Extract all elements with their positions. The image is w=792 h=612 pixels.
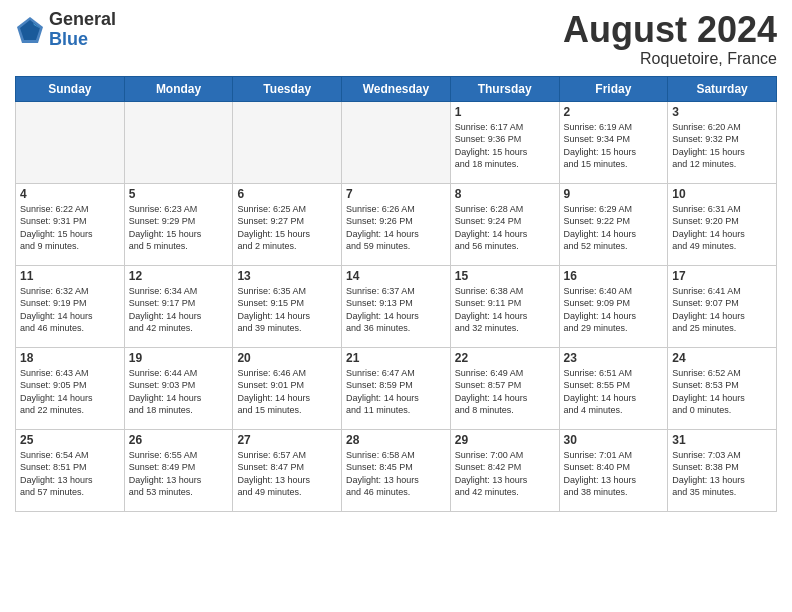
calendar-cell: 18Sunrise: 6:43 AM Sunset: 9:05 PM Dayli…: [16, 347, 125, 429]
day-info: Sunrise: 6:20 AM Sunset: 9:32 PM Dayligh…: [672, 121, 772, 171]
calendar-cell: 19Sunrise: 6:44 AM Sunset: 9:03 PM Dayli…: [124, 347, 233, 429]
logo-icon: [15, 15, 45, 45]
calendar-cell: 21Sunrise: 6:47 AM Sunset: 8:59 PM Dayli…: [342, 347, 451, 429]
day-info: Sunrise: 6:57 AM Sunset: 8:47 PM Dayligh…: [237, 449, 337, 499]
day-number: 8: [455, 187, 555, 201]
calendar-week-2: 4Sunrise: 6:22 AM Sunset: 9:31 PM Daylig…: [16, 183, 777, 265]
day-info: Sunrise: 6:19 AM Sunset: 9:34 PM Dayligh…: [564, 121, 664, 171]
calendar-cell: 1Sunrise: 6:17 AM Sunset: 9:36 PM Daylig…: [450, 101, 559, 183]
logo-general: General: [49, 10, 116, 30]
header-friday: Friday: [559, 76, 668, 101]
day-number: 4: [20, 187, 120, 201]
day-number: 3: [672, 105, 772, 119]
calendar-week-4: 18Sunrise: 6:43 AM Sunset: 9:05 PM Dayli…: [16, 347, 777, 429]
day-number: 2: [564, 105, 664, 119]
location: Roquetoire, France: [563, 50, 777, 68]
calendar-cell: 2Sunrise: 6:19 AM Sunset: 9:34 PM Daylig…: [559, 101, 668, 183]
header-sunday: Sunday: [16, 76, 125, 101]
calendar-cell: 30Sunrise: 7:01 AM Sunset: 8:40 PM Dayli…: [559, 429, 668, 511]
calendar-cell: 7Sunrise: 6:26 AM Sunset: 9:26 PM Daylig…: [342, 183, 451, 265]
day-number: 16: [564, 269, 664, 283]
calendar-week-1: 1Sunrise: 6:17 AM Sunset: 9:36 PM Daylig…: [16, 101, 777, 183]
calendar-cell: 25Sunrise: 6:54 AM Sunset: 8:51 PM Dayli…: [16, 429, 125, 511]
day-number: 14: [346, 269, 446, 283]
day-number: 6: [237, 187, 337, 201]
day-info: Sunrise: 6:17 AM Sunset: 9:36 PM Dayligh…: [455, 121, 555, 171]
day-info: Sunrise: 6:54 AM Sunset: 8:51 PM Dayligh…: [20, 449, 120, 499]
calendar-cell: 4Sunrise: 6:22 AM Sunset: 9:31 PM Daylig…: [16, 183, 125, 265]
header: General Blue August 2024 Roquetoire, Fra…: [15, 10, 777, 68]
calendar-cell: 22Sunrise: 6:49 AM Sunset: 8:57 PM Dayli…: [450, 347, 559, 429]
day-info: Sunrise: 6:22 AM Sunset: 9:31 PM Dayligh…: [20, 203, 120, 253]
calendar-cell: 10Sunrise: 6:31 AM Sunset: 9:20 PM Dayli…: [668, 183, 777, 265]
header-thursday: Thursday: [450, 76, 559, 101]
day-info: Sunrise: 7:01 AM Sunset: 8:40 PM Dayligh…: [564, 449, 664, 499]
day-info: Sunrise: 6:47 AM Sunset: 8:59 PM Dayligh…: [346, 367, 446, 417]
day-number: 24: [672, 351, 772, 365]
day-number: 11: [20, 269, 120, 283]
calendar-cell: 8Sunrise: 6:28 AM Sunset: 9:24 PM Daylig…: [450, 183, 559, 265]
day-number: 31: [672, 433, 772, 447]
calendar-cell: 24Sunrise: 6:52 AM Sunset: 8:53 PM Dayli…: [668, 347, 777, 429]
day-info: Sunrise: 6:34 AM Sunset: 9:17 PM Dayligh…: [129, 285, 229, 335]
calendar-cell: 26Sunrise: 6:55 AM Sunset: 8:49 PM Dayli…: [124, 429, 233, 511]
calendar: Sunday Monday Tuesday Wednesday Thursday…: [15, 76, 777, 512]
day-info: Sunrise: 6:31 AM Sunset: 9:20 PM Dayligh…: [672, 203, 772, 253]
calendar-week-3: 11Sunrise: 6:32 AM Sunset: 9:19 PM Dayli…: [16, 265, 777, 347]
page: General Blue August 2024 Roquetoire, Fra…: [0, 0, 792, 612]
day-number: 20: [237, 351, 337, 365]
day-info: Sunrise: 6:43 AM Sunset: 9:05 PM Dayligh…: [20, 367, 120, 417]
day-number: 29: [455, 433, 555, 447]
day-number: 22: [455, 351, 555, 365]
day-info: Sunrise: 6:28 AM Sunset: 9:24 PM Dayligh…: [455, 203, 555, 253]
calendar-cell: 5Sunrise: 6:23 AM Sunset: 9:29 PM Daylig…: [124, 183, 233, 265]
day-info: Sunrise: 6:37 AM Sunset: 9:13 PM Dayligh…: [346, 285, 446, 335]
day-number: 23: [564, 351, 664, 365]
day-number: 13: [237, 269, 337, 283]
calendar-cell: 28Sunrise: 6:58 AM Sunset: 8:45 PM Dayli…: [342, 429, 451, 511]
day-info: Sunrise: 6:23 AM Sunset: 9:29 PM Dayligh…: [129, 203, 229, 253]
calendar-cell: 3Sunrise: 6:20 AM Sunset: 9:32 PM Daylig…: [668, 101, 777, 183]
day-number: 30: [564, 433, 664, 447]
day-info: Sunrise: 6:49 AM Sunset: 8:57 PM Dayligh…: [455, 367, 555, 417]
calendar-cell: 9Sunrise: 6:29 AM Sunset: 9:22 PM Daylig…: [559, 183, 668, 265]
month-title: August 2024: [563, 10, 777, 50]
day-number: 19: [129, 351, 229, 365]
day-number: 15: [455, 269, 555, 283]
day-info: Sunrise: 7:00 AM Sunset: 8:42 PM Dayligh…: [455, 449, 555, 499]
day-number: 26: [129, 433, 229, 447]
day-number: 18: [20, 351, 120, 365]
day-info: Sunrise: 6:29 AM Sunset: 9:22 PM Dayligh…: [564, 203, 664, 253]
day-info: Sunrise: 6:55 AM Sunset: 8:49 PM Dayligh…: [129, 449, 229, 499]
calendar-cell: 29Sunrise: 7:00 AM Sunset: 8:42 PM Dayli…: [450, 429, 559, 511]
day-number: 5: [129, 187, 229, 201]
day-number: 9: [564, 187, 664, 201]
header-monday: Monday: [124, 76, 233, 101]
logo: General Blue: [15, 10, 116, 50]
title-section: August 2024 Roquetoire, France: [563, 10, 777, 68]
day-number: 1: [455, 105, 555, 119]
day-info: Sunrise: 6:41 AM Sunset: 9:07 PM Dayligh…: [672, 285, 772, 335]
day-info: Sunrise: 6:35 AM Sunset: 9:15 PM Dayligh…: [237, 285, 337, 335]
day-info: Sunrise: 6:46 AM Sunset: 9:01 PM Dayligh…: [237, 367, 337, 417]
calendar-cell: 23Sunrise: 6:51 AM Sunset: 8:55 PM Dayli…: [559, 347, 668, 429]
day-number: 12: [129, 269, 229, 283]
header-saturday: Saturday: [668, 76, 777, 101]
day-number: 17: [672, 269, 772, 283]
calendar-cell: 27Sunrise: 6:57 AM Sunset: 8:47 PM Dayli…: [233, 429, 342, 511]
day-info: Sunrise: 6:25 AM Sunset: 9:27 PM Dayligh…: [237, 203, 337, 253]
logo-blue: Blue: [49, 30, 116, 50]
calendar-cell: 15Sunrise: 6:38 AM Sunset: 9:11 PM Dayli…: [450, 265, 559, 347]
day-info: Sunrise: 6:44 AM Sunset: 9:03 PM Dayligh…: [129, 367, 229, 417]
calendar-cell: 14Sunrise: 6:37 AM Sunset: 9:13 PM Dayli…: [342, 265, 451, 347]
calendar-cell: [16, 101, 125, 183]
calendar-cell: 12Sunrise: 6:34 AM Sunset: 9:17 PM Dayli…: [124, 265, 233, 347]
calendar-cell: 16Sunrise: 6:40 AM Sunset: 9:09 PM Dayli…: [559, 265, 668, 347]
day-number: 21: [346, 351, 446, 365]
calendar-cell: 6Sunrise: 6:25 AM Sunset: 9:27 PM Daylig…: [233, 183, 342, 265]
weekday-header-row: Sunday Monday Tuesday Wednesday Thursday…: [16, 76, 777, 101]
header-tuesday: Tuesday: [233, 76, 342, 101]
day-number: 28: [346, 433, 446, 447]
logo-text: General Blue: [49, 10, 116, 50]
calendar-cell: 11Sunrise: 6:32 AM Sunset: 9:19 PM Dayli…: [16, 265, 125, 347]
